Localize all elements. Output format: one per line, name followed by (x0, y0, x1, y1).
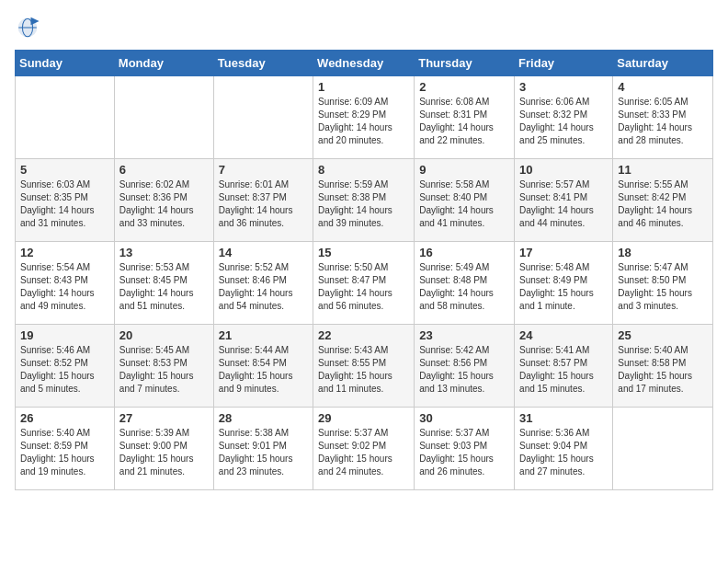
day-number: 31 (519, 411, 608, 425)
day-info: Sunrise: 5:43 AM Sunset: 8:55 PM Dayligh… (318, 344, 409, 396)
calendar-cell: 11Sunrise: 5:55 AM Sunset: 8:42 PM Dayli… (613, 159, 713, 242)
calendar-cell: 8Sunrise: 5:59 AM Sunset: 8:38 PM Daylig… (313, 159, 415, 242)
day-number: 15 (318, 246, 409, 259)
day-info: Sunrise: 5:42 AM Sunset: 8:56 PM Dayligh… (419, 344, 509, 396)
day-number: 6 (119, 163, 209, 177)
calendar-cell: 25Sunrise: 5:40 AM Sunset: 8:58 PM Dayli… (613, 325, 713, 408)
day-info: Sunrise: 5:37 AM Sunset: 9:03 PM Dayligh… (419, 427, 509, 478)
weekday-header: Wednesday (313, 51, 415, 76)
day-number: 28 (219, 411, 308, 425)
day-number: 19 (20, 328, 109, 342)
day-number: 29 (318, 411, 409, 425)
weekday-header: Friday (515, 51, 613, 76)
calendar-cell: 14Sunrise: 5:52 AM Sunset: 8:46 PM Dayli… (213, 242, 313, 325)
day-info: Sunrise: 5:55 AM Sunset: 8:42 PM Dayligh… (618, 178, 708, 230)
day-number: 21 (219, 328, 308, 342)
calendar-cell: 3Sunrise: 6:06 AM Sunset: 8:32 PM Daylig… (515, 76, 613, 159)
calendar-cell: 27Sunrise: 5:39 AM Sunset: 9:00 PM Dayli… (114, 408, 213, 490)
calendar-cell (16, 76, 115, 159)
day-info: Sunrise: 6:03 AM Sunset: 8:35 PM Dayligh… (20, 178, 109, 230)
day-info: Sunrise: 5:49 AM Sunset: 8:48 PM Dayligh… (419, 261, 509, 313)
calendar-week-row: 5Sunrise: 6:03 AM Sunset: 8:35 PM Daylig… (16, 159, 713, 242)
day-info: Sunrise: 5:47 AM Sunset: 8:50 PM Dayligh… (618, 261, 708, 313)
calendar-cell: 31Sunrise: 5:36 AM Sunset: 9:04 PM Dayli… (515, 408, 613, 490)
day-number: 26 (20, 411, 109, 425)
day-info: Sunrise: 5:39 AM Sunset: 9:00 PM Dayligh… (119, 427, 209, 478)
day-info: Sunrise: 5:52 AM Sunset: 8:46 PM Dayligh… (219, 261, 308, 313)
weekday-header-row: SundayMondayTuesdayWednesdayThursdayFrid… (16, 51, 713, 76)
calendar-cell: 4Sunrise: 6:05 AM Sunset: 8:33 PM Daylig… (613, 76, 713, 159)
calendar-cell: 9Sunrise: 5:58 AM Sunset: 8:40 PM Daylig… (415, 159, 515, 242)
day-info: Sunrise: 5:54 AM Sunset: 8:43 PM Dayligh… (20, 261, 109, 313)
calendar-cell: 1Sunrise: 6:09 AM Sunset: 8:29 PM Daylig… (313, 76, 415, 159)
day-number: 25 (618, 328, 708, 342)
calendar-cell: 22Sunrise: 5:43 AM Sunset: 8:55 PM Dayli… (313, 325, 415, 408)
calendar-cell: 12Sunrise: 5:54 AM Sunset: 8:43 PM Dayli… (16, 242, 115, 325)
weekday-header: Saturday (613, 51, 713, 76)
calendar-cell (114, 76, 213, 159)
day-info: Sunrise: 5:53 AM Sunset: 8:45 PM Dayligh… (119, 261, 209, 313)
day-number: 13 (119, 246, 209, 259)
calendar-cell (613, 408, 713, 490)
day-info: Sunrise: 6:08 AM Sunset: 8:31 PM Dayligh… (419, 96, 509, 147)
day-number: 12 (20, 246, 109, 259)
day-info: Sunrise: 5:36 AM Sunset: 9:04 PM Dayligh… (519, 427, 608, 478)
day-info: Sunrise: 5:40 AM Sunset: 8:58 PM Dayligh… (618, 344, 708, 396)
day-info: Sunrise: 5:59 AM Sunset: 8:38 PM Dayligh… (318, 178, 409, 230)
day-number: 16 (419, 246, 509, 259)
day-info: Sunrise: 5:57 AM Sunset: 8:41 PM Dayligh… (519, 178, 608, 230)
calendar-cell: 24Sunrise: 5:41 AM Sunset: 8:57 PM Dayli… (515, 325, 613, 408)
day-info: Sunrise: 5:50 AM Sunset: 8:47 PM Dayligh… (318, 261, 409, 313)
calendar-cell: 18Sunrise: 5:47 AM Sunset: 8:50 PM Dayli… (613, 242, 713, 325)
day-number: 30 (419, 411, 509, 425)
day-info: Sunrise: 5:45 AM Sunset: 8:53 PM Dayligh… (119, 344, 209, 396)
calendar-week-row: 1Sunrise: 6:09 AM Sunset: 8:29 PM Daylig… (16, 76, 713, 159)
calendar-week-row: 12Sunrise: 5:54 AM Sunset: 8:43 PM Dayli… (16, 242, 713, 325)
calendar-cell: 29Sunrise: 5:37 AM Sunset: 9:02 PM Dayli… (313, 408, 415, 490)
day-info: Sunrise: 5:58 AM Sunset: 8:40 PM Dayligh… (419, 178, 509, 230)
calendar-cell: 23Sunrise: 5:42 AM Sunset: 8:56 PM Dayli… (415, 325, 515, 408)
calendar-cell: 30Sunrise: 5:37 AM Sunset: 9:03 PM Dayli… (415, 408, 515, 490)
day-number: 5 (20, 163, 109, 177)
header (15, 15, 713, 40)
day-number: 18 (618, 246, 708, 259)
day-info: Sunrise: 5:48 AM Sunset: 8:49 PM Dayligh… (519, 261, 608, 313)
day-info: Sunrise: 5:44 AM Sunset: 8:54 PM Dayligh… (219, 344, 308, 396)
calendar-cell: 17Sunrise: 5:48 AM Sunset: 8:49 PM Dayli… (515, 242, 613, 325)
day-number: 7 (219, 163, 308, 177)
logo (15, 15, 44, 40)
day-number: 8 (318, 163, 409, 177)
calendar-cell (213, 76, 313, 159)
day-info: Sunrise: 5:46 AM Sunset: 8:52 PM Dayligh… (20, 344, 109, 396)
calendar-cell: 21Sunrise: 5:44 AM Sunset: 8:54 PM Dayli… (213, 325, 313, 408)
weekday-header: Sunday (16, 51, 115, 76)
weekday-header: Thursday (415, 51, 515, 76)
day-number: 23 (419, 328, 509, 342)
day-number: 17 (519, 246, 608, 259)
day-number: 3 (519, 80, 608, 94)
day-number: 14 (219, 246, 308, 259)
calendar-cell: 2Sunrise: 6:08 AM Sunset: 8:31 PM Daylig… (415, 76, 515, 159)
day-number: 22 (318, 328, 409, 342)
calendar-cell: 6Sunrise: 6:02 AM Sunset: 8:36 PM Daylig… (114, 159, 213, 242)
calendar-cell: 19Sunrise: 5:46 AM Sunset: 8:52 PM Dayli… (16, 325, 115, 408)
day-info: Sunrise: 6:05 AM Sunset: 8:33 PM Dayligh… (618, 96, 708, 147)
calendar-cell: 5Sunrise: 6:03 AM Sunset: 8:35 PM Daylig… (16, 159, 115, 242)
day-number: 10 (519, 163, 608, 177)
calendar-cell: 20Sunrise: 5:45 AM Sunset: 8:53 PM Dayli… (114, 325, 213, 408)
day-info: Sunrise: 6:02 AM Sunset: 8:36 PM Dayligh… (119, 178, 209, 230)
calendar-cell: 15Sunrise: 5:50 AM Sunset: 8:47 PM Dayli… (313, 242, 415, 325)
day-info: Sunrise: 6:09 AM Sunset: 8:29 PM Dayligh… (318, 96, 409, 147)
day-number: 2 (419, 80, 509, 94)
day-info: Sunrise: 6:01 AM Sunset: 8:37 PM Dayligh… (219, 178, 308, 230)
day-info: Sunrise: 5:41 AM Sunset: 8:57 PM Dayligh… (519, 344, 608, 396)
calendar-cell: 13Sunrise: 5:53 AM Sunset: 8:45 PM Dayli… (114, 242, 213, 325)
day-number: 1 (318, 80, 409, 94)
calendar-cell: 10Sunrise: 5:57 AM Sunset: 8:41 PM Dayli… (515, 159, 613, 242)
weekday-header: Monday (114, 51, 213, 76)
day-info: Sunrise: 5:37 AM Sunset: 9:02 PM Dayligh… (318, 427, 409, 478)
day-number: 9 (419, 163, 509, 177)
logo-icon (15, 15, 40, 40)
day-number: 11 (618, 163, 708, 177)
calendar-cell: 16Sunrise: 5:49 AM Sunset: 8:48 PM Dayli… (415, 242, 515, 325)
